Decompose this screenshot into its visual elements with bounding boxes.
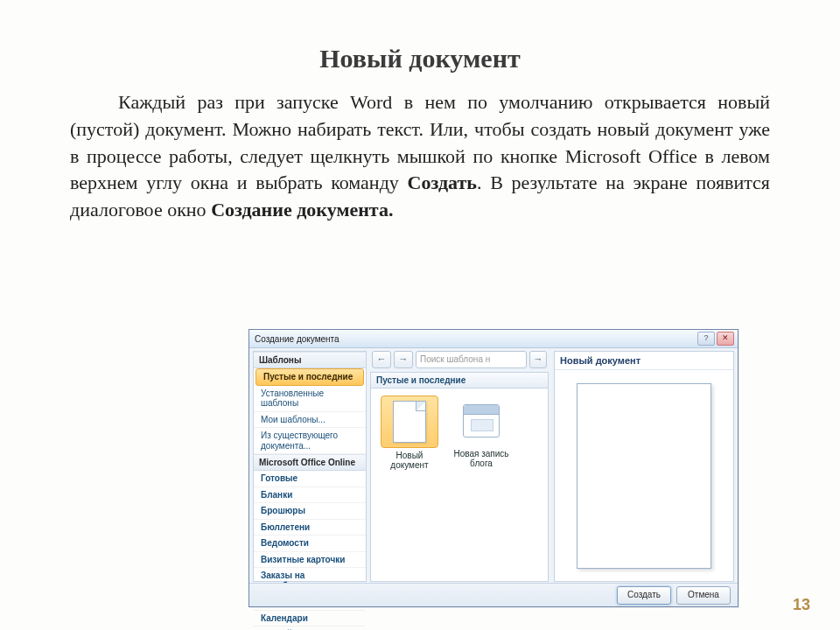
- page-number: 13: [793, 596, 810, 614]
- nav-forward-button[interactable]: →: [394, 351, 413, 368]
- template-label: Новый документ: [378, 451, 441, 470]
- search-go-button[interactable]: →: [529, 351, 547, 368]
- section-header: Пустые и последние: [370, 372, 549, 388]
- sidebar-item-brochures[interactable]: Брошюры: [254, 503, 366, 520]
- sidebar-item-from-existing[interactable]: Из существующего документа...: [254, 428, 366, 454]
- template-new-blog-post[interactable]: Новая запись блога: [450, 396, 513, 468]
- template-new-document[interactable]: Новый документ: [378, 396, 441, 470]
- sidebar-item-my-templates[interactable]: Мои шаблоны...: [254, 412, 366, 429]
- new-document-dialog: Создание документа ? ✕ Шаблоны Пустые и …: [248, 329, 738, 607]
- sidebar-heading-online: Microsoft Office Online: [254, 454, 366, 471]
- templates-sidebar: Шаблоны Пустые и последние Установленные…: [253, 351, 367, 582]
- sidebar-item-calendars[interactable]: Календари: [254, 611, 366, 627]
- slide: Новый документ Каждый раз при запуске Wo…: [0, 0, 840, 630]
- template-area: Новый документ Новая запись блога: [370, 388, 549, 582]
- sidebar-item-labels[interactable]: Наклейки: [254, 626, 366, 630]
- preview-pane: Новый документ: [554, 351, 734, 582]
- template-icon-wrap: [381, 396, 438, 448]
- preview-page-icon: [577, 383, 711, 569]
- sidebar-item-business-cards[interactable]: Визитные карточки: [254, 552, 366, 569]
- nav-row: ← → Поиск шаблона н →: [370, 351, 549, 372]
- sidebar-item-newsletters[interactable]: Бюллетени: [254, 520, 366, 536]
- sidebar-item-blank-recent[interactable]: Пустые и последние: [256, 368, 364, 386]
- dialog-bottom-bar: Создать Отмена: [249, 583, 738, 606]
- search-input[interactable]: Поиск шаблона н: [416, 351, 527, 368]
- help-button[interactable]: ?: [697, 332, 715, 346]
- slide-title: Новый документ: [70, 44, 770, 74]
- close-button[interactable]: ✕: [717, 332, 734, 346]
- preview-title: Новый документ: [555, 352, 733, 370]
- slide-paragraph: Каждый раз при запуске Word в нем по умо…: [70, 89, 770, 224]
- template-icon-wrap: [453, 396, 509, 446]
- window-buttons: ? ✕: [697, 332, 734, 346]
- sidebar-item-statements[interactable]: Ведомости: [254, 536, 366, 552]
- blog-icon: [463, 404, 500, 438]
- nav-back-button[interactable]: ←: [372, 351, 391, 368]
- dialog-body: Шаблоны Пустые и последние Установленные…: [249, 347, 738, 606]
- document-icon: [393, 401, 426, 443]
- cancel-button[interactable]: Отмена: [676, 586, 731, 605]
- template-label: Новая запись блога: [450, 449, 513, 468]
- dialog-title: Создание документа: [255, 334, 697, 344]
- para-bold-2: Создание документа.: [211, 199, 393, 220]
- sidebar-item-ready[interactable]: Готовые: [254, 471, 366, 487]
- dialog-titlebar[interactable]: Создание документа ? ✕: [249, 330, 738, 348]
- sidebar-heading-templates: Шаблоны: [254, 352, 366, 368]
- sidebar-item-installed[interactable]: Установленные шаблоны: [254, 386, 366, 412]
- para-bold-1: Создать: [408, 172, 477, 193]
- preview-body: [555, 370, 733, 581]
- sidebar-item-forms[interactable]: Бланки: [254, 487, 366, 504]
- create-button[interactable]: Создать: [617, 586, 671, 605]
- template-list-pane: ← → Поиск шаблона н → Пустые и последние…: [370, 351, 549, 582]
